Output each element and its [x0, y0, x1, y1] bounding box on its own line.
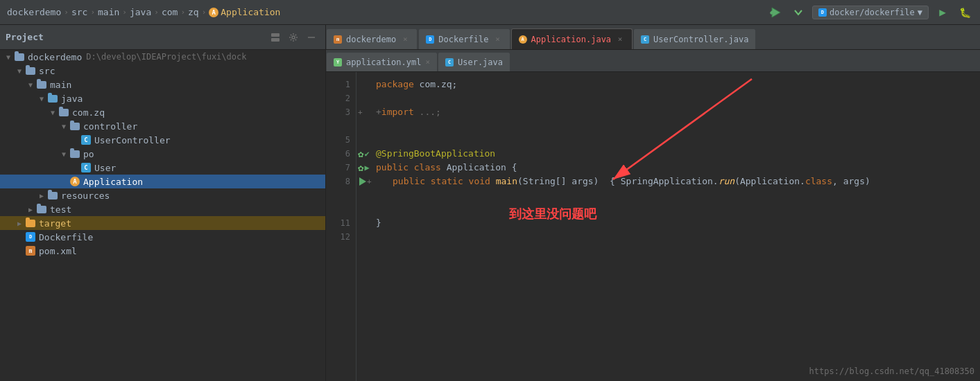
expand-arrow: ▶	[36, 190, 47, 201]
breadcrumb-java[interactable]: java	[130, 7, 151, 17]
toolbar-run-green-icon[interactable]	[768, 4, 784, 21]
sidebar-header: Project	[0, 25, 325, 50]
sidebar-item-src[interactable]: ▼ src	[0, 64, 325, 78]
sidebar-settings-icon[interactable]	[285, 29, 302, 46]
sidebar-item-label: po	[83, 149, 94, 159]
sidebar-item-label: test	[50, 204, 71, 215]
gutter-line-2	[358, 91, 369, 105]
tab-application[interactable]: A Application.java ×	[511, 28, 633, 49]
run-triangle-icon	[359, 177, 366, 186]
tab-close-button[interactable]: ×	[615, 35, 625, 44]
debug-button[interactable]: 🐛	[956, 4, 973, 21]
sidebar-item-label: pom.xml	[39, 246, 77, 256]
sidebar-item-dockerfile[interactable]: ▶ D Dockerfile	[0, 230, 325, 244]
folder-icon	[69, 148, 80, 159]
tab-close-button[interactable]: ×	[493, 35, 503, 44]
sidebar-item-dockerdemo[interactable]: ▼ dockerdemo D:\develop\IDEAProject\fuxi…	[0, 50, 325, 64]
sidebar-item-test[interactable]: ▶ test	[0, 202, 325, 216]
class-c-tab-icon: C	[641, 35, 649, 44]
sidebar-item-label: controller	[83, 121, 137, 132]
editor-area: m dockerdemo × D Dockerfile × A Applicat…	[326, 25, 980, 381]
tab-close-button[interactable]: ×	[425, 57, 430, 67]
app-icon: A	[69, 176, 80, 187]
gutter-line-7-run[interactable]: ✿ ▶	[358, 161, 369, 175]
fold-icon[interactable]: +	[358, 108, 363, 117]
sidebar-item-com-zq[interactable]: ▼ com.zq	[0, 105, 325, 119]
sidebar-item-usercontroller[interactable]: ▶ C UserController	[0, 133, 325, 147]
sidebar-item-application[interactable]: ▶ A Application	[0, 175, 325, 188]
sidebar-item-resources[interactable]: ▶ resources	[0, 188, 325, 202]
expand-arrow: ▼	[36, 93, 47, 104]
check-icon: ✔	[364, 149, 369, 159]
sidebar-layout-icon[interactable]	[267, 29, 284, 46]
yml-tab-icon: Y	[334, 58, 342, 67]
sidebar-item-label: UserController	[94, 135, 171, 145]
sidebar-item-label: com.zq	[72, 107, 105, 118]
tab-usercontroller[interactable]: C UserController.java	[633, 28, 756, 49]
gutter-line-5	[358, 133, 369, 147]
sidebar-item-label: main	[50, 80, 71, 90]
folder-icon	[36, 79, 47, 90]
app-tab-icon: A	[519, 35, 527, 44]
sidebar-title: Project	[6, 32, 264, 42]
tab-close-button[interactable]: ×	[400, 35, 410, 44]
sidebar: Project	[0, 25, 326, 381]
tab-user[interactable]: C User.java	[438, 52, 510, 71]
tab-label: application.yml	[346, 57, 421, 67]
tab-dockerfile[interactable]: D Dockerfile ×	[418, 28, 510, 49]
svg-rect-3	[271, 33, 280, 37]
gutter-line-8-run[interactable]: +	[358, 175, 369, 188]
folder-icon	[58, 107, 69, 118]
maven-tab-icon: m	[334, 35, 342, 44]
code-editor[interactable]: package com.zq; +import ...; @SpringBoot…	[370, 72, 980, 381]
project-path: D:\develop\IDEAProject\fuxi\dock	[86, 52, 246, 62]
breadcrumb: dockerdemo › src › main › java › com › z…	[7, 7, 765, 17]
tab-label: UserController.java	[653, 35, 748, 44]
expand-arrow: ▼	[3, 51, 14, 62]
tabs-row-2: Y application.yml × C User.java	[326, 50, 980, 72]
spring-icon-2: ✿	[358, 162, 363, 173]
sidebar-item-pom[interactable]: ▶ m pom.xml	[0, 244, 325, 258]
tab-application-yml[interactable]: Y application.yml ×	[326, 52, 438, 71]
gutter-line-3: +	[358, 105, 369, 119]
breadcrumb-zq[interactable]: zq	[188, 7, 199, 17]
tab-label: Dockerfile	[438, 35, 488, 44]
run-button[interactable]: ▶	[934, 4, 951, 21]
run-config-selector[interactable]: D docker/dockerfile ▼	[812, 6, 929, 19]
svg-rect-4	[271, 38, 280, 42]
sidebar-item-main[interactable]: ▼ main	[0, 78, 325, 91]
breadcrumb-dockerdemo[interactable]: dockerdemo	[7, 7, 61, 17]
docker-tab-icon: D	[426, 35, 434, 44]
sidebar-tree: ▼ dockerdemo D:\develop\IDEAProject\fuxi…	[0, 50, 325, 381]
code-line-12	[376, 230, 980, 244]
sidebar-actions	[267, 29, 320, 46]
breadcrumb-application[interactable]: A Application	[209, 7, 280, 17]
code-line-9	[376, 188, 980, 202]
sidebar-item-user[interactable]: ▶ C User	[0, 161, 325, 175]
line-numbers: 1 2 3 5 6 7 8 11 12	[326, 72, 356, 381]
toolbar-down-icon[interactable]	[790, 4, 807, 21]
sidebar-item-controller[interactable]: ▼ controller	[0, 119, 325, 133]
sidebar-item-po[interactable]: ▼ po	[0, 147, 325, 161]
expand-arrow: ▶	[14, 218, 25, 229]
code-area: 1 2 3 5 6 7 8 11 12 +	[326, 72, 980, 381]
title-bar-right: D docker/dockerfile ▼ ▶ 🐛	[768, 4, 973, 21]
folder-icon	[25, 65, 36, 76]
application-icon: A	[209, 8, 218, 17]
gutter: + ✿ ✔ ✿ ▶ +	[356, 72, 370, 381]
sidebar-item-java[interactable]: ▼ java	[0, 91, 325, 105]
gutter-line-12	[358, 230, 369, 244]
run-config-label: docker/dockerfile	[829, 8, 915, 17]
expand-arrow: ▼	[47, 107, 58, 118]
tab-label: dockerdemo	[346, 35, 396, 44]
breadcrumb-src[interactable]: src	[71, 7, 87, 17]
code-line-1: package com.zq;	[376, 78, 980, 91]
sidebar-item-label: Application	[83, 177, 143, 187]
folder-icon	[36, 204, 47, 215]
tab-dockerdemo[interactable]: m dockerdemo ×	[326, 28, 418, 49]
sidebar-item-target[interactable]: ▶ target	[0, 216, 325, 230]
breadcrumb-main[interactable]: main	[98, 7, 119, 17]
sidebar-minimize-icon[interactable]	[303, 29, 320, 46]
breadcrumb-com[interactable]: com	[162, 7, 178, 17]
sidebar-item-label: resources	[61, 190, 110, 201]
